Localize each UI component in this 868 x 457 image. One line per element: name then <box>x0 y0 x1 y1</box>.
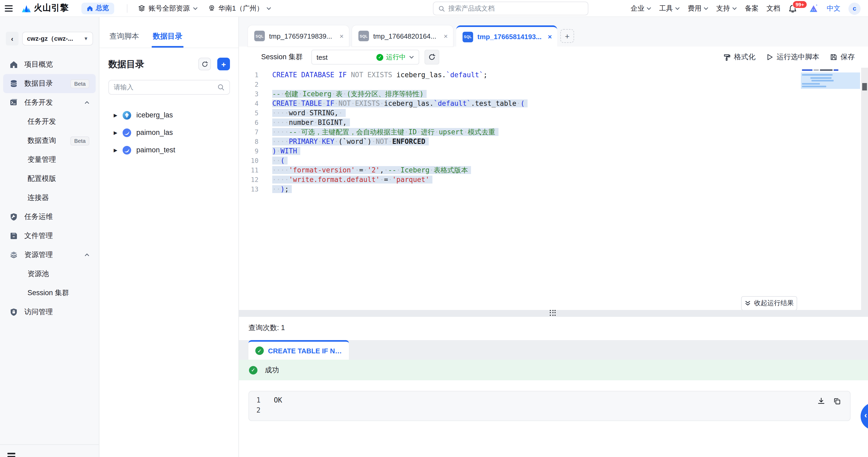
tree-item-paimon-test[interactable]: ▶ paimon_test <box>99 141 239 159</box>
brand-logo[interactable]: 火山引擎 <box>21 3 69 14</box>
run-selected-button[interactable]: 运行选中脚本 <box>766 52 819 62</box>
code-line: 10··( <box>239 156 861 166</box>
shield-wrench-icon <box>9 212 18 221</box>
region-label: 华南1（广州） <box>218 3 263 13</box>
editor-tab-2[interactable]: SQL tmp_17664820164... × <box>352 25 453 47</box>
project-select[interactable]: cwz-gz（cwz-... ▼ <box>22 32 93 46</box>
code-token: .test_table <box>471 99 516 107</box>
code-token: ; <box>483 71 487 79</box>
copy-icon[interactable] <box>833 397 841 405</box>
tree-item-paimon-las[interactable]: ▶ paimon_las <box>99 124 239 141</box>
session-cluster-select[interactable]: test ✓ 运行中 <box>311 50 419 64</box>
editor-tab-3-active[interactable]: SQL tmp_17665814193... × <box>456 25 557 47</box>
new-tab-button[interactable]: + <box>560 29 574 43</box>
close-icon[interactable]: × <box>444 32 448 40</box>
code-editor[interactable]: 1CREATE DATABASE IF NOT EXISTS iceberg_l… <box>239 68 861 310</box>
code-token: ( <box>280 156 285 165</box>
caret-right-icon[interactable]: ▶ <box>114 147 117 152</box>
screen: 火山引擎 总览 账号全部资源 华南1（广州） <box>0 0 868 457</box>
collapse-results-button[interactable]: 收起运行结果 <box>741 296 797 311</box>
caret-right-icon[interactable]: ▶ <box>114 130 117 135</box>
sidebar-collapse-icon[interactable] <box>7 453 15 457</box>
caret-right-icon[interactable]: ▶ <box>114 112 117 118</box>
back-button[interactable]: ‹ <box>6 32 19 46</box>
region-select[interactable]: 华南1（广州） <box>208 3 271 13</box>
code-token: ···· <box>272 166 289 174</box>
menu-icp[interactable]: 备案 <box>745 4 758 13</box>
sidebar-item-access-management[interactable]: 访问管理 <box>3 303 96 322</box>
session-refresh-button[interactable] <box>425 50 439 64</box>
overview-button[interactable]: 总览 <box>82 2 114 14</box>
editor-tab-1[interactable]: SQL tmp_17659719839... × <box>248 25 349 47</box>
code-token: CREATE <box>272 99 297 107</box>
status-check-icon: ✓ <box>377 54 383 61</box>
chevron-down-icon <box>193 7 198 10</box>
sidebar-item-task-ops[interactable]: 任务运维 <box>3 207 96 226</box>
chevron-down-icon <box>675 7 680 10</box>
menu-tools[interactable]: 工具 <box>659 4 680 13</box>
code-token: · <box>372 138 376 145</box>
format-button[interactable]: 格式化 <box>723 52 755 62</box>
editor-scrollbar[interactable] <box>861 68 868 310</box>
account-scope-select[interactable]: 账号全部资源 <box>138 3 198 13</box>
code-token: = <box>359 166 364 174</box>
code-line: 9)·WITH <box>239 146 861 156</box>
ai-assistant-icon[interactable] <box>808 3 819 14</box>
search-icon <box>438 5 445 12</box>
code-token: ·· <box>272 185 280 193</box>
sidebar-item-data-query[interactable]: 数据查询 Beta <box>3 131 96 150</box>
menu-billing[interactable]: 费用 <box>688 4 708 13</box>
scrollbar-thumb[interactable] <box>862 83 867 90</box>
sidebar-item-task-dev-group[interactable]: 任务开发 <box>3 93 96 112</box>
result-tab-active[interactable]: ✓ CREATE TABLE IF NOT... <box>248 340 349 360</box>
global-search-input[interactable] <box>448 5 583 12</box>
code-token: NOT EXISTS <box>351 71 392 79</box>
tab-query-scripts[interactable]: 查询脚本 <box>108 32 140 48</box>
code-line-content: ··); <box>272 184 292 194</box>
minimap-line <box>802 69 860 71</box>
sidebar-item-config-template[interactable]: 配置模版 <box>3 169 96 188</box>
chevron-up-icon <box>85 101 89 104</box>
sidebar-item-connectors[interactable]: 连接器 <box>3 188 96 207</box>
add-catalog-button[interactable]: + <box>217 58 230 70</box>
sidebar-item-resource-management[interactable]: 资源管理 <box>3 246 96 264</box>
code-token: 表 <box>336 90 343 98</box>
code-token: ( <box>521 99 525 107</box>
code-token: · <box>404 128 409 136</box>
sidebar-item-session-cluster[interactable]: Session 集群 <box>3 284 96 303</box>
hamburger-menu-icon[interactable] <box>5 5 13 11</box>
code-token: · <box>332 90 336 98</box>
download-icon[interactable] <box>817 397 825 405</box>
split-drag-handle[interactable] <box>239 310 868 317</box>
sidebar-item-file-management[interactable]: 文件管理 <box>3 226 96 246</box>
iceberg-catalog-icon <box>122 110 132 120</box>
floppy-disk-icon <box>9 232 18 240</box>
sidebar-item-resource-pool[interactable]: 资源池 <box>3 264 96 284</box>
language-switch[interactable]: 中文 <box>827 4 840 13</box>
close-icon[interactable]: × <box>340 32 344 40</box>
tab-data-catalog[interactable]: 数据目录 <box>152 32 183 48</box>
sidebar-item-data-catalog[interactable]: 数据目录 Beta <box>3 74 96 93</box>
sidebar-item-project-overview[interactable]: 项目概览 <box>3 55 96 74</box>
code-token: ···· <box>272 128 289 136</box>
close-icon[interactable]: × <box>548 33 552 41</box>
notification-bell-icon[interactable]: 99+ <box>788 4 797 13</box>
chevron-down-icon <box>704 7 708 10</box>
code-line-content: ····number·BIGINT, <box>272 118 350 127</box>
save-button[interactable]: 保存 <box>830 52 855 62</box>
menu-enterprise[interactable]: 企业 <box>631 4 651 13</box>
sidebar-item-task-dev[interactable]: 任务开发 <box>3 112 96 131</box>
layers-stack-icon <box>9 251 18 259</box>
tree-item-iceberg-las[interactable]: ▶ iceberg_las <box>99 106 239 124</box>
menu-docs[interactable]: 文档 <box>767 4 780 13</box>
editor-pane: SQL tmp_17659719839... × SQL tmp_1766482… <box>239 17 868 457</box>
minimap[interactable] <box>801 69 860 111</box>
avatar[interactable]: c <box>848 2 861 15</box>
paimon-catalog-icon <box>122 145 132 155</box>
terminal-icon <box>9 98 18 107</box>
catalog-search-input[interactable] <box>114 84 217 91</box>
sidebar-item-variables[interactable]: 变量管理 <box>3 150 96 169</box>
sql-file-icon: SQL <box>254 31 265 41</box>
menu-support[interactable]: 支持 <box>716 4 737 13</box>
refresh-button[interactable] <box>198 58 211 70</box>
